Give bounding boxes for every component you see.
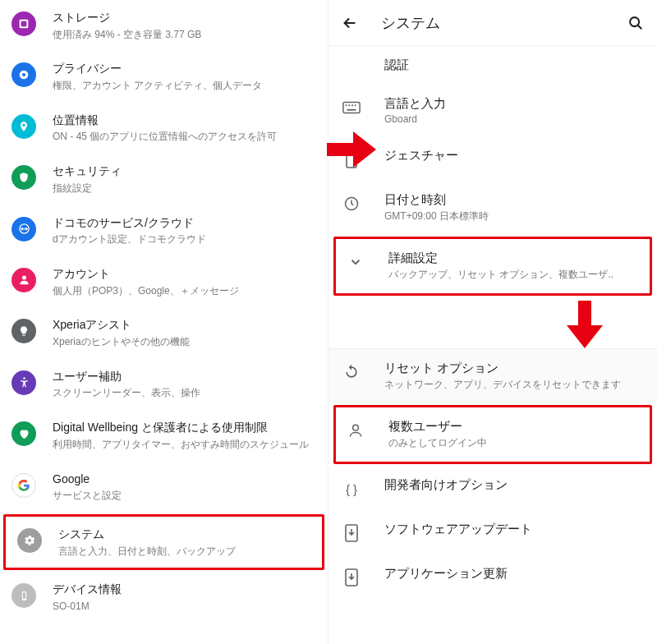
svg-point-9 <box>630 17 639 26</box>
system-item-datetime[interactable]: 日付と時刻 GMT+09:00 日本標準時 <box>328 181 657 235</box>
item-sub: のみとしてログイン中 <box>388 436 636 450</box>
settings-item-accessibility[interactable]: ユーザー補助 スクリーンリーダー、表示、操作 <box>0 359 328 410</box>
app-update-icon <box>342 568 361 587</box>
chevron-down-icon <box>346 252 365 272</box>
back-button[interactable] <box>338 12 361 34</box>
item-title: リセット オプション <box>384 361 644 376</box>
item-title: Xperiaアシスト <box>53 317 315 334</box>
item-title: ユーザー補助 <box>53 369 315 385</box>
keyboard-icon <box>342 98 361 117</box>
developer-icon: { } <box>342 479 361 499</box>
system-item-multiuser[interactable]: 複数ユーザー のみとしてログイン中 <box>333 405 652 464</box>
privacy-icon <box>11 62 36 87</box>
software-update-icon <box>342 523 361 543</box>
settings-item-location[interactable]: 位置情報 ON - 45 個のアプリに位置情報へのアクセスを許可 <box>0 103 328 154</box>
item-title: セキュリティ <box>53 163 315 180</box>
item-title: デバイス情報 <box>53 582 315 598</box>
device-info-icon <box>11 583 36 608</box>
settings-item-system[interactable]: システム 言語と入力、日付と時刻、バックアップ <box>3 514 324 570</box>
item-sub: 個人用（POP3）、Google、＋メッセージ <box>53 284 315 298</box>
svg-point-3 <box>22 73 25 76</box>
svg-rect-10 <box>343 103 360 113</box>
accounts-icon <box>11 268 36 292</box>
item-sub: GMT+09:00 日本標準時 <box>384 209 644 223</box>
settings-item-wellbeing[interactable]: Digital Wellbeing と保護者による使用制限 利用時間、アプリタイ… <box>0 410 328 461</box>
security-icon <box>11 165 36 190</box>
system-item-gestures[interactable]: ジェスチャー <box>328 136 657 181</box>
svg-point-5 <box>22 276 26 280</box>
settings-item-storage[interactable]: ストレージ 使用済み 94% - 空き容量 3.77 GB <box>0 0 328 51</box>
settings-item-google[interactable]: Google サービスと設定 <box>0 462 328 513</box>
item-sub: バックアップ、リセット オプション、複数ユーザ.. <box>388 268 636 282</box>
item-sub: 言語と入力、日付と時刻、バックアップ <box>58 545 309 559</box>
item-title: プライバシー <box>53 61 315 77</box>
accessibility-icon <box>11 370 36 395</box>
xperia-assist-icon <box>11 319 36 343</box>
item-sub: 権限、アカウント アクティビティ、個人データ <box>53 79 315 93</box>
system-item-reset[interactable]: リセット オプション ネットワーク、アプリ、デバイスをリセットできます <box>328 348 657 403</box>
wellbeing-icon <box>11 421 36 446</box>
settings-list-pane: ストレージ 使用済み 94% - 空き容量 3.77 GB プライバシー 権限、… <box>0 0 328 644</box>
item-title: ジェスチャー <box>384 148 644 163</box>
reset-icon <box>342 362 361 382</box>
settings-item-docomo[interactable]: ドコモのサービス/クラウド dアカウント設定、ドコモクラウド <box>0 205 328 256</box>
item-title: ストレージ <box>53 10 315 26</box>
svg-rect-14 <box>355 104 356 106</box>
item-title: Google <box>53 472 315 488</box>
item-sub: 利用時間、アプリタイマー、おやすみ時間のスケジュール <box>53 438 315 452</box>
storage-icon <box>11 12 36 36</box>
svg-rect-15 <box>347 109 356 111</box>
arrow-down-annotation <box>328 301 657 348</box>
svg-rect-13 <box>351 104 353 106</box>
item-title: ソフトウェアアップデート <box>384 522 644 537</box>
item-title: アカウント <box>53 266 315 283</box>
system-item-developer[interactable]: { } 開発者向けオプション <box>328 466 657 510</box>
google-icon <box>11 473 36 498</box>
item-sub: dアカウント設定、ドコモクラウド <box>53 232 315 246</box>
item-sub: サービスと設定 <box>53 489 315 503</box>
item-sub: SO-01M <box>53 600 315 614</box>
settings-item-security[interactable]: セキュリティ 指紋設定 <box>0 154 328 205</box>
svg-rect-12 <box>348 104 350 106</box>
settings-item-accounts[interactable]: アカウント 個人用（POP3）、Google、＋メッセージ <box>0 256 328 307</box>
svg-point-6 <box>23 377 25 380</box>
item-title: 言語と入力 <box>384 96 644 112</box>
system-icon <box>17 528 42 553</box>
item-title: 位置情報 <box>53 113 315 129</box>
svg-rect-1 <box>21 21 27 27</box>
svg-rect-8 <box>22 592 25 599</box>
item-sub: ON - 45 個のアプリに位置情報へのアクセスを許可 <box>53 130 315 144</box>
item-title: Digital Wellbeing と保護者による使用制限 <box>53 420 315 436</box>
clock-icon <box>342 194 361 214</box>
item-title: アプリケーション更新 <box>384 566 644 582</box>
item-sub: 使用済み 94% - 空き容量 3.77 GB <box>53 28 315 42</box>
item-title: 詳細設定 <box>388 251 636 266</box>
item-sub: ネットワーク、アプリ、デバイスをリセットできます <box>384 378 644 392</box>
item-title: 開発者向けオプション <box>384 477 644 493</box>
system-item-software-update[interactable]: ソフトウェアアップデート <box>328 510 657 554</box>
item-title: システム <box>58 527 309 543</box>
header-title: システム <box>381 13 624 33</box>
user-icon <box>346 421 365 440</box>
item-title: 日付と時刻 <box>384 192 644 208</box>
item-sub: Gboard <box>384 113 644 125</box>
location-icon <box>11 114 36 139</box>
svg-rect-11 <box>346 104 347 106</box>
system-settings-pane: システム 認証 言語と入力 Gboard ジェスチャー 日付と時刻 <box>328 0 657 644</box>
system-item-auth[interactable]: 認証 <box>328 46 657 85</box>
system-item-advanced[interactable]: 詳細設定 バックアップ、リセット オプション、複数ユーザ.. <box>333 237 652 296</box>
system-header: システム <box>328 0 657 46</box>
system-item-app-update[interactable]: アプリケーション更新 <box>328 554 657 599</box>
item-sub: 指紋設定 <box>53 182 315 196</box>
docomo-icon <box>11 217 36 242</box>
item-sub: スクリーンリーダー、表示、操作 <box>53 386 315 400</box>
system-item-language[interactable]: 言語と入力 Gboard <box>328 85 657 136</box>
item-title: ドコモのサービス/クラウド <box>53 215 315 232</box>
settings-item-xperia-assist[interactable]: Xperiaアシスト Xperiaのヒントやその他の機能 <box>0 307 328 358</box>
search-button[interactable] <box>624 12 647 34</box>
item-title: 複数ユーザー <box>388 419 636 435</box>
settings-item-device-info[interactable]: デバイス情報 SO-01M <box>0 572 328 623</box>
svg-point-18 <box>353 425 359 430</box>
settings-item-privacy[interactable]: プライバシー 権限、アカウント アクティビティ、個人データ <box>0 51 328 102</box>
arrow-right-annotation <box>327 131 376 168</box>
